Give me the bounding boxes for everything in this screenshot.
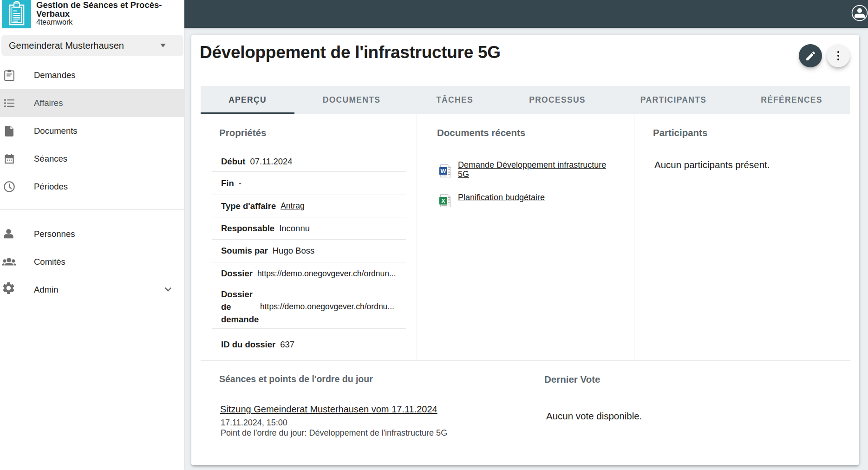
svg-text:X: X [441,198,445,204]
svg-text:W: W [441,168,446,175]
